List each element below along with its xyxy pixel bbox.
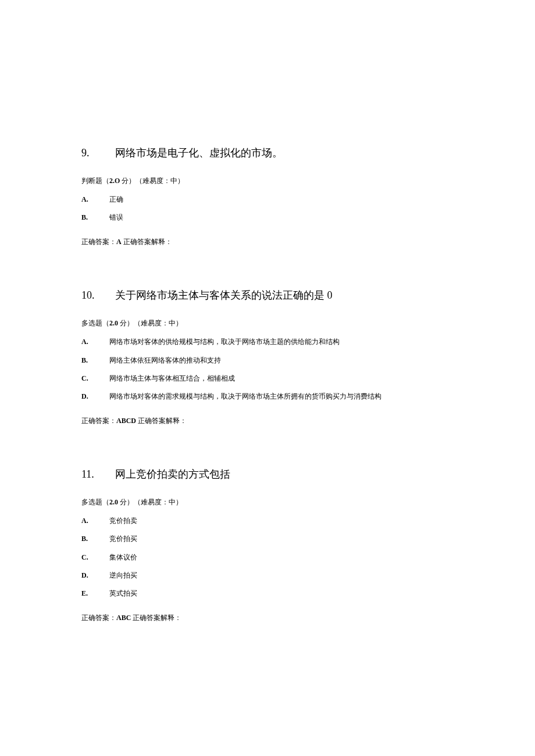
answer-value: ABCD xyxy=(116,417,136,425)
option-row: C. 集体议价 xyxy=(81,552,454,563)
option-text: 竞价拍买 xyxy=(109,533,137,544)
question-text: 网上竞价拍卖的方式包括 xyxy=(115,468,230,480)
question-type: 多选题 xyxy=(81,319,102,327)
answer-value: ABC xyxy=(116,614,131,622)
option-text: 正确 xyxy=(109,194,123,205)
option-letter: D. xyxy=(81,391,109,402)
options-list: A. 网络市场对客体的供给规模与结构，取决于网络市场主题的供给能力和结构 B. … xyxy=(81,336,454,402)
option-letter: A. xyxy=(81,336,109,347)
answer-prefix: 正确答案： xyxy=(81,614,116,622)
answer-line: 正确答案：A 正确答案解释： xyxy=(81,237,454,247)
question-block: 11.网上竞价拍卖的方式包括 多选题（2.0 分）（难易度：中） A. 竞价拍卖… xyxy=(81,467,454,623)
question-difficulty: 中 xyxy=(169,319,176,327)
option-row: A. 竞价拍卖 xyxy=(81,515,454,526)
option-row: B. 网络主体依狂网络客体的推动和支持 xyxy=(81,355,454,366)
option-row: A. 网络市场对客体的供给规模与结构，取决于网络市场主题的供给能力和结构 xyxy=(81,336,454,347)
question-meta: 多选题（2.0 分）（难易度：中） xyxy=(81,318,454,328)
options-list: A. 正确 B. 错误 xyxy=(81,194,454,223)
option-text: 网络市场对客体的供给规模与结构，取决于网络市场主题的供给能力和结构 xyxy=(109,336,340,347)
option-row: A. 正确 xyxy=(81,194,454,205)
question-title: 10.关于网络市场主体与客体关系的说法正确的是 0 xyxy=(81,288,454,303)
question-score: 2.O xyxy=(109,177,120,185)
question-number: 11. xyxy=(81,467,115,482)
question-block: 9.网络市场是电子化、虚拟化的市场。 判断题（2.O 分）（难易度：中） A. … xyxy=(81,145,454,247)
option-letter: B. xyxy=(81,533,109,544)
option-row: C. 网络市场主体与客体相互结合，相辅相成 xyxy=(81,373,454,384)
answer-prefix: 正确答案： xyxy=(81,238,116,246)
option-text: 网络市场主体与客体相互结合，相辅相成 xyxy=(109,373,235,384)
option-text: 逆向拍买 xyxy=(109,570,137,581)
answer-value: A xyxy=(116,238,122,246)
answer-suffix: 正确答案解释： xyxy=(131,614,181,622)
option-row: D. 逆向拍买 xyxy=(81,570,454,581)
answer-prefix: 正确答案： xyxy=(81,417,116,425)
question-number: 9. xyxy=(81,145,115,161)
question-type: 判断题 xyxy=(81,177,102,185)
question-meta: 多选题（2.0 分）（难易度：中） xyxy=(81,497,454,507)
question-type: 多选题 xyxy=(81,498,102,506)
option-letter: E. xyxy=(81,588,109,599)
answer-suffix: 正确答案解释： xyxy=(136,417,187,425)
option-letter: C. xyxy=(81,552,109,563)
question-block: 10.关于网络市场主体与客体关系的说法正确的是 0 多选题（2.0 分）（难易度… xyxy=(81,288,454,426)
answer-line: 正确答案：ABC 正确答案解释： xyxy=(81,613,454,623)
answer-suffix: 正确答案解释： xyxy=(122,238,172,246)
option-letter: B. xyxy=(81,212,109,223)
question-meta: 判断题（2.O 分）（难易度：中） xyxy=(81,176,454,186)
option-text: 竞价拍卖 xyxy=(109,515,137,526)
question-score: 2.0 xyxy=(109,319,118,327)
option-letter: D. xyxy=(81,570,109,581)
option-row: B. 错误 xyxy=(81,212,454,223)
question-difficulty: 中 xyxy=(169,498,176,506)
option-row: E. 英式拍买 xyxy=(81,588,454,599)
option-text: 错误 xyxy=(109,212,123,223)
option-text: 网络主体依狂网络客体的推动和支持 xyxy=(109,355,221,366)
question-title: 9.网络市场是电子化、虚拟化的市场。 xyxy=(81,145,454,161)
option-letter: B. xyxy=(81,355,109,366)
options-list: A. 竞价拍卖 B. 竞价拍买 C. 集体议价 D. 逆向拍买 E. 英式拍买 xyxy=(81,515,454,599)
option-row: D. 网络市场对客体的需求规模与结构，取决于网络市场主体所拥有的货币购买力与消费… xyxy=(81,391,454,402)
option-row: B. 竞价拍买 xyxy=(81,533,454,544)
option-text: 英式拍买 xyxy=(109,588,137,599)
question-score: 2.0 xyxy=(109,498,118,506)
option-letter: C. xyxy=(81,373,109,384)
option-letter: A. xyxy=(81,515,109,526)
question-text: 关于网络市场主体与客体关系的说法正确的是 0 xyxy=(115,289,333,301)
option-letter: A. xyxy=(81,194,109,205)
question-title: 11.网上竞价拍卖的方式包括 xyxy=(81,467,454,482)
question-text: 网络市场是电子化、虚拟化的市场。 xyxy=(115,147,283,159)
option-text: 集体议价 xyxy=(109,552,137,563)
question-difficulty: 中 xyxy=(170,177,177,185)
option-text: 网络市场对客体的需求规模与结构，取决于网络市场主体所拥有的货币购买力与消费结构 xyxy=(109,391,381,402)
question-number: 10. xyxy=(81,288,115,303)
answer-line: 正确答案：ABCD 正确答案解释： xyxy=(81,416,454,426)
